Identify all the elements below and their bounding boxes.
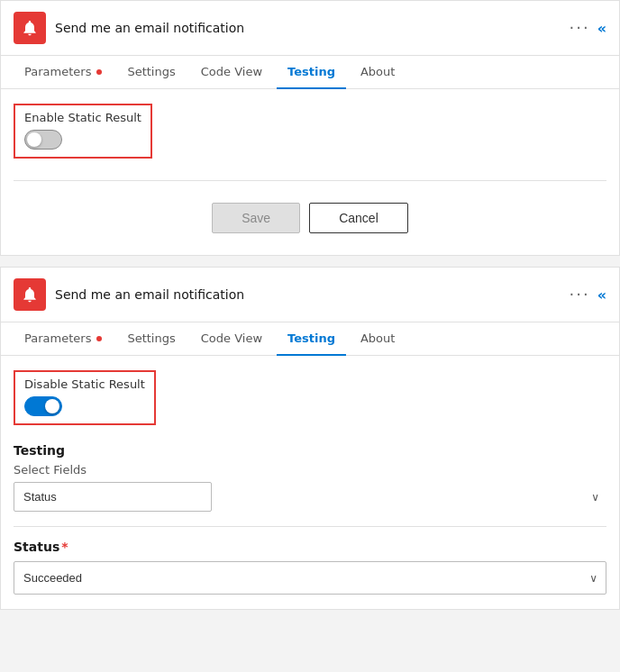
status-section: Status* Succeeded Failed TimedOut Skippe… — [14, 526, 606, 595]
tab-settings-1[interactable]: Settings — [116, 56, 186, 89]
toggle-section-2: Disable Static Result — [14, 370, 156, 425]
card-2-header: Send me an email notification ··· « — [1, 268, 619, 322]
divider-1 — [14, 180, 606, 181]
toggle-thumb-1 — [27, 132, 41, 147]
tab-testing-2[interactable]: Testing — [277, 322, 346, 356]
tab-testing-1[interactable]: Testing — [277, 56, 346, 89]
card-2-icon — [14, 278, 46, 311]
tab-parameters-2[interactable]: Parameters — [14, 322, 113, 356]
required-indicator: * — [61, 540, 68, 554]
card-2-title: Send me an email notification — [55, 287, 569, 302]
select-fields-dropdown[interactable]: Status — [14, 482, 212, 512]
select-fields-label: Select Fields — [14, 463, 606, 477]
tab-parameters-1[interactable]: Parameters — [14, 56, 113, 89]
toggle-wrapper-1 — [24, 130, 141, 150]
cancel-button-1[interactable]: Cancel — [309, 203, 408, 233]
select-fields-chevron: ∨ — [591, 491, 599, 504]
card-2: Send me an email notification ··· « Para… — [0, 267, 620, 610]
toggle-section-1: Enable Static Result — [14, 104, 152, 159]
bell-icon — [21, 19, 39, 37]
select-fields-wrapper: Status ∨ — [14, 482, 606, 512]
toggle-wrapper-2 — [24, 396, 145, 416]
testing-section: Testing Select Fields Status ∨ — [14, 443, 606, 512]
more-options-icon[interactable]: ··· — [569, 20, 589, 36]
card-1-icon — [14, 12, 46, 44]
toggle-label-1: Enable Static Result — [24, 111, 141, 124]
toggle-1[interactable] — [24, 130, 62, 150]
card-2-body: Disable Static Result Testing Select Fie… — [1, 356, 619, 609]
toggle-thumb-2 — [45, 399, 59, 413]
tab-settings-2[interactable]: Settings — [116, 322, 186, 356]
toggle-label-2: Disable Static Result — [24, 377, 145, 391]
collapse-icon[interactable]: « — [597, 20, 606, 37]
card-1-body: Enable Static Result Save Cancel — [1, 89, 619, 255]
card-2-tabs: Parameters Settings Code View Testing Ab… — [1, 322, 619, 356]
status-dropdown[interactable]: Succeeded Failed TimedOut Skipped — [14, 561, 606, 595]
card-1: Send me an email notification ··· « Para… — [0, 0, 620, 256]
tab-about-1[interactable]: About — [350, 56, 406, 89]
bell-icon-2 — [21, 286, 39, 304]
tab-codeview-2[interactable]: Code View — [190, 322, 273, 356]
toggle-2[interactable] — [24, 396, 62, 416]
collapse-icon-2[interactable]: « — [597, 286, 606, 304]
card-1-header: Send me an email notification ··· « — [1, 1, 619, 56]
button-row-1: Save Cancel — [14, 195, 606, 241]
save-button-1[interactable]: Save — [212, 203, 300, 233]
more-options-icon-2[interactable]: ··· — [569, 286, 589, 303]
card-2-actions: ··· « — [569, 286, 606, 304]
toggle-track-1 — [24, 130, 62, 150]
status-dropdown-wrapper: Succeeded Failed TimedOut Skipped ∨ — [14, 561, 606, 595]
card-1-actions: ··· « — [569, 20, 606, 37]
toggle-track-2 — [24, 396, 62, 416]
tab-codeview-1[interactable]: Code View — [190, 56, 273, 89]
testing-heading: Testing — [14, 443, 606, 458]
tab-about-2[interactable]: About — [350, 322, 406, 356]
status-field-label: Status* — [14, 540, 606, 554]
card-1-title: Send me an email notification — [55, 21, 569, 35]
card-1-tabs: Parameters Settings Code View Testing Ab… — [1, 56, 619, 89]
